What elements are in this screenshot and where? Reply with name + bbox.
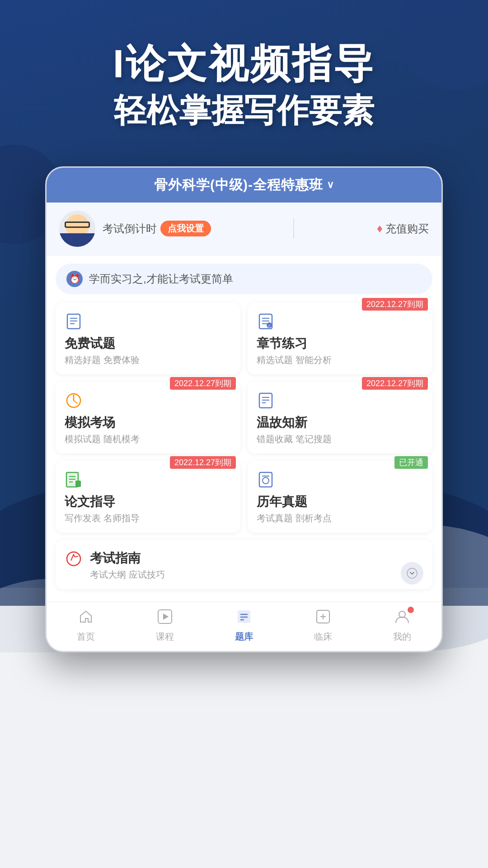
free-questions-desc: 精选好题 免费体验 xyxy=(65,354,231,366)
exam-guide-icon xyxy=(65,550,83,568)
user-icon xyxy=(394,609,410,629)
nav-mine-label: 我的 xyxy=(393,631,411,643)
chevron-down-icon: ∨ xyxy=(327,179,334,191)
motto-bar: ⏰ 学而实习之,才能让考试更简单 xyxy=(56,264,432,294)
app-course-header[interactable]: 骨外科学(中级)-全程特惠班 ∨ xyxy=(47,168,441,203)
user-info-bar: 考试倒计时 点我设置 ♦ 充值购买 xyxy=(47,203,441,255)
nav-home[interactable]: 首页 xyxy=(77,609,95,643)
header-title-line1: I论文视频指导 xyxy=(27,41,461,86)
questions-icon xyxy=(236,609,252,629)
bottom-navigation: 首页 课程 xyxy=(47,602,441,651)
course-name: 骨外科学(中级)-全程特惠班 xyxy=(154,176,323,194)
card-mock-exam[interactable]: 2022.12.27到期 模拟考场 模拟试题 随机模考 xyxy=(56,382,240,453)
thesis-desc: 写作发表 名师指导 xyxy=(65,512,231,524)
nav-home-label: 首页 xyxy=(77,631,95,643)
svg-point-30 xyxy=(407,568,417,578)
review-desc: 错题收藏 笔记搜题 xyxy=(257,433,423,445)
svg-line-29 xyxy=(71,554,74,561)
play-icon xyxy=(157,609,173,629)
free-questions-title: 免费试题 xyxy=(65,335,231,352)
card-chapter-practice[interactable]: 2022.12.27到期 ✓ 章节练习 精选试题 智能分析 xyxy=(248,302,432,374)
avatar-glasses xyxy=(65,222,90,228)
card-exam-guide[interactable]: 考试指南 考试大纲 应试技巧 xyxy=(56,540,432,589)
svg-point-26 xyxy=(67,552,80,566)
review-title: 温故知新 xyxy=(257,414,423,431)
nav-questions-label: 题库 xyxy=(235,631,253,643)
countdown-section: 考试倒计时 点我设置 xyxy=(103,221,211,236)
past-exams-badge: 已开通 xyxy=(394,456,428,469)
nav-course[interactable]: 课程 xyxy=(156,609,174,643)
thesis-title: 论文指导 xyxy=(65,493,231,510)
card-free-questions[interactable]: 免费试题 精选好题 免费体验 xyxy=(56,302,240,374)
free-questions-icon xyxy=(65,312,231,330)
app-screen: 骨外科学(中级)-全程特惠班 ∨ 考试倒计时 点我设置 ♦ 充值购买 xyxy=(45,166,443,652)
thesis-badge: 2022.12.27到期 xyxy=(170,456,236,469)
exam-guide-desc: 考试大纲 应试技巧 xyxy=(90,569,423,581)
bottom-spacer xyxy=(0,652,488,743)
svg-marker-32 xyxy=(163,613,169,620)
thesis-icon xyxy=(65,471,231,489)
svg-line-28 xyxy=(75,556,78,557)
header-section: I论文视频指导 轻松掌握写作要素 xyxy=(0,0,488,148)
device-mockup: 骨外科学(中级)-全程特惠班 ∨ 考试倒计时 点我设置 ♦ 充值购买 xyxy=(0,166,488,652)
svg-rect-23 xyxy=(259,472,272,487)
review-icon xyxy=(257,392,423,410)
motto-text: 学而实习之,才能让考试更简单 xyxy=(89,272,233,286)
card-past-exams[interactable]: 已开通 历年真题 考试真题 剖析考点 xyxy=(248,461,432,533)
svg-text:✓: ✓ xyxy=(268,324,271,328)
card-review[interactable]: 2022.12.27到期 温故知新 错题收藏 笔记搜题 xyxy=(248,382,432,453)
recharge-label: 充值购买 xyxy=(385,222,429,236)
mock-exam-desc: 模拟试题 随机模考 xyxy=(65,433,231,445)
past-exams-icon xyxy=(257,471,423,489)
nav-mine[interactable]: 我的 xyxy=(393,609,411,643)
chapter-practice-desc: 精选试题 智能分析 xyxy=(257,354,423,366)
chapter-practice-badge: 2022.12.27到期 xyxy=(362,298,428,311)
exam-guide-content: 考试指南 考试大纲 应试技巧 xyxy=(90,550,423,581)
scroll-button[interactable] xyxy=(401,562,423,585)
mock-exam-title: 模拟考场 xyxy=(65,414,231,431)
card-thesis[interactable]: 2022.12.27到期 论文指导 写作发表 名师指导 xyxy=(56,461,240,533)
cards-grid: 免费试题 精选好题 免费体验 2022.12.27到期 ✓ 章节练习 xyxy=(47,302,441,533)
avatar-shirt xyxy=(59,233,95,247)
svg-rect-22 xyxy=(75,481,81,487)
past-exams-desc: 考试真题 剖析考点 xyxy=(257,512,423,524)
recharge-section[interactable]: ♦ 充值购买 xyxy=(377,222,429,236)
countdown-button[interactable]: 点我设置 xyxy=(160,221,211,236)
svg-point-24 xyxy=(263,477,269,484)
mock-exam-icon xyxy=(65,392,231,410)
review-badge: 2022.12.27到期 xyxy=(362,377,428,390)
past-exams-title: 历年真题 xyxy=(257,493,423,510)
countdown-label: 考试倒计时 xyxy=(103,222,157,236)
avatar xyxy=(59,211,95,247)
nav-questions[interactable]: 题库 xyxy=(235,609,253,643)
divider xyxy=(293,219,294,239)
exam-guide-title: 考试指南 xyxy=(90,550,423,567)
nav-clinic[interactable]: 临床 xyxy=(314,609,332,643)
nav-clinic-label: 临床 xyxy=(314,631,332,643)
nav-course-label: 课程 xyxy=(156,631,174,643)
single-card-section: 考试指南 考试大纲 应试技巧 xyxy=(47,533,441,593)
header-title-line2: 轻松掌握写作要素 xyxy=(27,91,461,130)
svg-point-40 xyxy=(399,611,405,618)
svg-line-12 xyxy=(74,401,77,403)
clinic-icon xyxy=(315,609,331,629)
clock-icon: ⏰ xyxy=(66,271,83,287)
chapter-practice-icon: ✓ xyxy=(257,312,423,330)
mock-exam-badge: 2022.12.27到期 xyxy=(170,377,236,390)
recharge-icon: ♦ xyxy=(377,222,383,236)
home-icon xyxy=(78,609,94,629)
chapter-practice-title: 章节练习 xyxy=(257,335,423,352)
